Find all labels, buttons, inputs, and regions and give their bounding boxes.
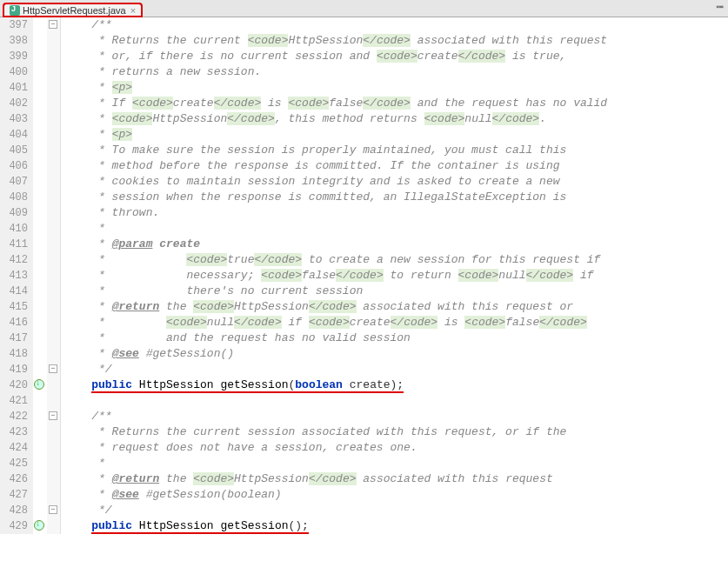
code-line[interactable]: public HttpSession getSession(); [64,518,728,534]
marker-cell [33,440,47,456]
marker-cell [33,96,47,111]
fold-cell [47,393,60,409]
line-number: 406 [0,158,28,174]
code-line[interactable]: * [64,221,728,237]
fold-cell [47,268,60,284]
line-number: 400 [0,64,28,80]
fold-toggle-icon[interactable]: − [49,20,57,29]
fold-cell [47,346,60,362]
marker-cell [33,205,47,221]
code-line[interactable]: * necessary; <code>false</code> to retur… [64,268,728,284]
code-line[interactable]: * <code>true</code> to create a new sess… [64,252,728,268]
marker-column [33,17,47,534]
marker-cell [33,299,47,315]
code-line[interactable]: * Returns the current session associated… [64,424,728,440]
line-number: 428 [0,503,28,518]
line-number: 398 [0,33,28,49]
line-number: 413 [0,268,28,284]
marker-cell [33,190,47,205]
fold-cell [47,252,60,268]
fold-cell [47,174,60,190]
close-icon[interactable]: × [130,5,136,16]
fold-toggle-icon[interactable]: − [49,364,57,373]
line-number: 415 [0,299,28,315]
line-number: 404 [0,127,28,143]
fold-cell [47,221,60,237]
fold-column: −−−− [47,17,61,534]
marker-cell [33,174,47,190]
line-number: 427 [0,487,28,503]
marker-cell [33,393,47,409]
overflow-icon[interactable]: ▪▪▪ [716,2,723,11]
line-number: 421 [0,393,28,409]
line-number: 414 [0,284,28,299]
line-number: 410 [0,221,28,237]
fold-cell [47,111,60,127]
fold-toggle-icon[interactable]: − [49,411,57,420]
code-line[interactable]: * <p> [64,127,728,143]
code-line[interactable]: * method before the response is committe… [64,158,728,174]
code-line[interactable]: * <p> [64,80,728,96]
line-number: 424 [0,440,28,456]
code-line[interactable] [64,393,728,409]
code-line[interactable]: * returns a new session. [64,64,728,80]
fold-cell [47,143,60,158]
marker-cell [33,33,47,49]
code-line[interactable]: * Returns the current <code>HttpSession<… [64,33,728,49]
line-number: 423 [0,424,28,440]
fold-cell [47,237,60,252]
code-line[interactable]: * [64,456,728,471]
code-line[interactable]: * @see #getSession() [64,346,728,362]
code-line[interactable]: * or, if there is no current session and… [64,49,728,64]
fold-cell [47,96,60,111]
code-line[interactable]: public HttpSession getSession(boolean cr… [64,377,728,393]
fold-cell [47,471,60,487]
code-line[interactable]: * <code>null</code> if <code>create</cod… [64,315,728,331]
code-line[interactable]: * @return the <code>HttpSession</code> a… [64,299,728,315]
line-number: 405 [0,143,28,158]
code-line[interactable]: * To make sure the session is properly m… [64,143,728,158]
code-line[interactable]: * @return the <code>HttpSession</code> a… [64,471,728,487]
code-line[interactable]: * request does not have a session, creat… [64,440,728,456]
marker-cell [33,17,47,33]
fold-cell [47,424,60,440]
code-line[interactable]: */ [64,362,728,377]
marker-cell [33,284,47,299]
code-line[interactable]: * cookies to maintain session integrity … [64,174,728,190]
marker-cell [33,80,47,96]
code-line[interactable]: /** [64,409,728,424]
line-number: 408 [0,190,28,205]
code-line[interactable]: * @param create [64,237,728,252]
java-file-icon [10,5,20,16]
line-number: 429 [0,518,28,534]
override-marker-icon[interactable] [34,520,44,531]
code-line[interactable]: * session when the response is committed… [64,190,728,205]
fold-cell: − [47,409,60,424]
marker-cell [33,158,47,174]
code-line[interactable]: * If <code>create</code> is <code>false<… [64,96,728,111]
line-number: 397 [0,17,28,33]
marker-cell [33,111,47,127]
code-line[interactable]: * <code>HttpSession</code>, this method … [64,111,728,127]
line-number: 407 [0,174,28,190]
code-line[interactable]: /** [64,17,728,33]
code-line[interactable]: * and the request has no valid session [64,331,728,346]
code-area[interactable]: /** * Returns the current <code>HttpSess… [61,17,728,534]
code-line[interactable]: * thrown. [64,205,728,221]
marker-cell [33,143,47,158]
fold-toggle-icon[interactable]: − [49,505,57,514]
fold-cell [47,80,60,96]
code-line[interactable]: * @see #getSession(boolean) [64,487,728,503]
code-line[interactable]: */ [64,503,728,518]
marker-cell [33,127,47,143]
fold-cell: − [47,17,60,33]
marker-cell [33,252,47,268]
code-line[interactable]: * there's no current session [64,284,728,299]
file-tab[interactable]: HttpServletRequest.java × [3,3,142,17]
marker-cell [33,331,47,346]
fold-cell [47,205,60,221]
override-marker-icon[interactable] [34,379,44,390]
marker-cell [33,377,47,393]
fold-cell [47,377,60,393]
marker-cell [33,409,47,424]
